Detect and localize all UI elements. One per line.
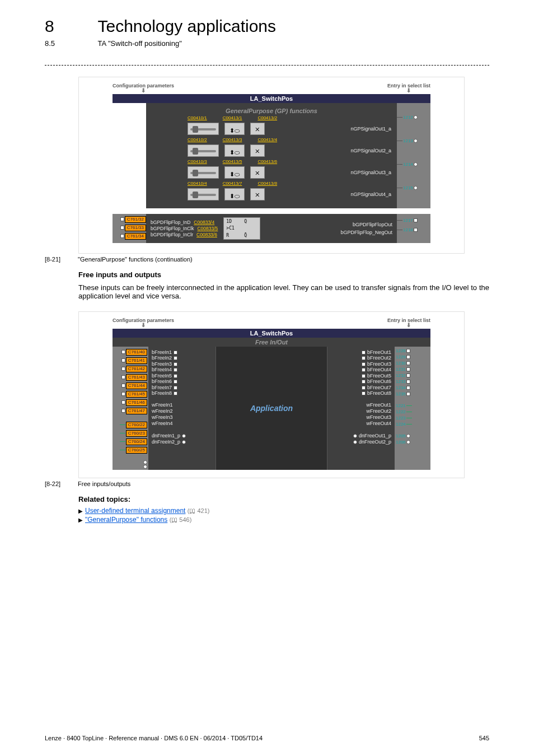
signal-label: bFreeIn3: [152, 361, 212, 367]
param-link[interactable]: C00410/4: [188, 181, 207, 186]
port-tag[interactable]: C761/42: [126, 366, 147, 372]
port-number[interactable]: 1228: [396, 348, 406, 354]
signal-label: wFreeOut4: [331, 421, 391, 427]
port-tag[interactable]: C761/46: [126, 399, 147, 406]
figure-number: [8-22]: [45, 480, 76, 487]
figure-caption: Free inputs/outputs: [78, 480, 130, 487]
param-link[interactable]: C00410/3: [188, 159, 207, 164]
port-number[interactable]: 1221: [396, 403, 406, 409]
param-link[interactable]: C00413/5: [223, 159, 242, 164]
signal-label: bFreeIn6: [152, 379, 212, 384]
port-number[interactable]: 1206: [396, 440, 406, 445]
chip-pin: [242, 225, 260, 232]
port-number[interactable]: 1218: [403, 227, 413, 233]
param-link[interactable]: C00413/3: [223, 137, 242, 142]
signal-label: bFreeOut2: [331, 355, 391, 361]
footer-text: Lenze · 8400 TopLine · Reference manual …: [45, 735, 263, 741]
port-tag[interactable]: C760/25: [126, 447, 147, 454]
control-block: ⬍⬭: [224, 144, 245, 157]
signal-label: dnFreeOut2_p: [331, 439, 391, 445]
port-number[interactable]: 1223: [396, 416, 406, 421]
port-tag[interactable]: C761/40: [126, 349, 147, 356]
topic-link[interactable]: "GeneralPurpose" functions: [85, 516, 167, 524]
port-number[interactable]: 1232: [396, 373, 406, 379]
param-link[interactable]: C00413/8: [257, 181, 277, 186]
signal-label: bFreeOut5: [331, 373, 391, 379]
signal-label: wFreeIn1: [152, 402, 212, 408]
diagram-subtitle: Free In/Out: [113, 338, 430, 347]
page-number: 545: [479, 735, 489, 741]
port-tag[interactable]: C761/45: [126, 391, 147, 398]
port-number[interactable]: 1215: [403, 185, 413, 191]
figure-caption: "GeneralPurpose" functions (continuation…: [78, 256, 193, 263]
param-link[interactable]: C00413/1: [223, 115, 242, 120]
signal-label: bFreeIn4: [152, 367, 212, 372]
param-link[interactable]: C00833/5: [197, 226, 218, 231]
chapter-number: 8: [45, 17, 95, 36]
chapter-title: Technology applications: [97, 17, 276, 36]
section-number: 8.5: [45, 39, 95, 48]
subsection-heading: Free inputs and outputs: [78, 270, 489, 279]
port-number[interactable]: 1205: [396, 433, 406, 439]
application-block: Application: [216, 347, 327, 470]
port-tag[interactable]: C760/22: [126, 422, 147, 428]
signal-label: bFreeIn7: [152, 385, 212, 390]
port-number[interactable]: 1217: [403, 218, 413, 223]
port-number[interactable]: 1213: [403, 138, 413, 144]
topic-link[interactable]: User-defined terminal assignment: [85, 507, 185, 515]
port-tag[interactable]: C761/33: [125, 225, 146, 231]
gp-diagram: Configuration parameters⬇ Entry in selec…: [78, 77, 465, 254]
ff-output-label: bGPDFlipFlop_NegOut: [340, 230, 392, 235]
output-signal: nGPSignalOut3_a: [350, 170, 391, 175]
param-link[interactable]: C00413/6: [257, 159, 277, 164]
port-tag[interactable]: C761/44: [126, 382, 147, 389]
signal-label: bFreeIn8: [152, 390, 212, 396]
port-number[interactable]: 1234: [396, 385, 406, 391]
port-number[interactable]: 1222: [396, 409, 406, 415]
signal-label: dnFreeOut1_p: [331, 433, 391, 438]
signal-label: wFreeIn2: [152, 408, 212, 414]
signal-label: bFreeIn5: [152, 373, 212, 379]
chip-pin: >C1: [224, 225, 242, 232]
param-link[interactable]: C00410/2: [188, 137, 207, 142]
port-number[interactable]: 1214: [403, 162, 413, 167]
port-number[interactable]: 1224: [396, 422, 406, 427]
port-tag[interactable]: C761/32: [125, 216, 146, 223]
flipflop-chip: 1DQ>C1RQ̄: [223, 217, 260, 240]
mult-block: ⨉: [250, 144, 265, 157]
diagram-title: LA_SwitchPos: [113, 94, 430, 103]
ff-input-label: bGPDFlipFlop_InClr: [151, 232, 193, 237]
param-link[interactable]: C00413/2: [257, 115, 277, 120]
page-reference: (🕮 546): [170, 516, 192, 523]
param-link[interactable]: C00413/4: [257, 137, 277, 142]
output-signal: nGPSignalOut4_a: [350, 192, 391, 197]
port-number[interactable]: 1212: [403, 115, 413, 120]
port-number[interactable]: 1229: [396, 354, 406, 360]
param-link[interactable]: C00410/1: [188, 115, 207, 120]
signal-label: wFreeIn3: [152, 414, 212, 421]
chip-pin: 1D: [224, 218, 242, 225]
signal-label: bFreeOut4: [331, 367, 391, 372]
port-tag[interactable]: C760/23: [126, 430, 147, 437]
port-number[interactable]: 1230: [396, 361, 406, 366]
mult-block: ⨉: [250, 188, 265, 200]
port-number[interactable]: 1233: [396, 379, 406, 385]
output-signal: nGPSignalOut1_a: [350, 126, 391, 132]
port-tag[interactable]: C761/41: [126, 357, 147, 364]
chip-pin: Q: [242, 218, 260, 225]
port-number[interactable]: 1235: [396, 391, 406, 397]
port-tag[interactable]: C761/43: [126, 374, 147, 381]
slider-block: [188, 144, 219, 157]
port-number[interactable]: 1231: [396, 367, 406, 372]
port-tag[interactable]: C760/24: [126, 438, 147, 445]
arrow-down-icon: ⬇: [113, 88, 174, 93]
mult-block: ⨉: [250, 123, 265, 135]
ff-output-label: bGPDFlipFlopOut: [340, 222, 392, 227]
section-title: TA "Switch-off positioning": [97, 39, 181, 48]
output-signal: nGPSignalOut2_a: [350, 148, 391, 153]
param-link[interactable]: C00833/4: [194, 220, 214, 225]
param-link[interactable]: C00833/6: [196, 232, 217, 237]
port-tag[interactable]: C761/47: [126, 408, 147, 414]
port-tag[interactable]: C761/34: [125, 233, 146, 240]
param-link[interactable]: C00413/7: [223, 181, 242, 186]
